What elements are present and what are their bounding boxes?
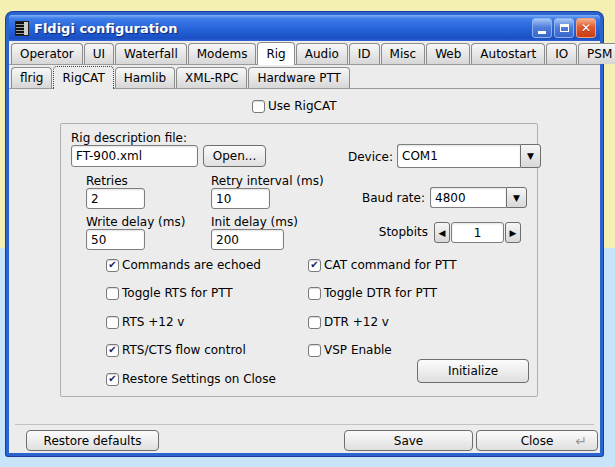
rigcat-settings-group: Rig description file: Open... Device: CO… — [60, 123, 538, 397]
device-label: Device: — [331, 150, 393, 164]
checkbox-label: Restore Settings on Close — [121, 372, 276, 386]
checkbox-label: RTS +12 v — [121, 315, 184, 329]
dialog-content: Operator UI Waterfall Modems Rig Audio I… — [9, 41, 600, 453]
checkbox-rts-cts-flow-control[interactable]: ✔ RTS/CTS flow control — [106, 343, 246, 357]
device-value: COM1 — [397, 144, 520, 168]
titlebar-buttons: ✕ — [532, 18, 596, 38]
retry-interval-label: Retry interval (ms) — [211, 174, 324, 188]
tab-web[interactable]: Web — [426, 43, 470, 64]
close-button-label: Close — [521, 434, 554, 448]
checkbox-label: Toggle RTS for PTT — [121, 286, 233, 300]
close-dialog-button[interactable]: Close ↵ — [476, 430, 598, 451]
checkbox-restore-settings-on-close[interactable]: ✔ Restore Settings on Close — [106, 372, 276, 386]
desktop: Fldigi configuration ✕ Operator UI Water… — [0, 0, 615, 467]
minimize-button[interactable] — [532, 18, 552, 38]
save-button[interactable]: Save — [344, 430, 473, 451]
checkbox-label: CAT command for PTT — [323, 258, 457, 272]
rig-file-label: Rig description file: — [71, 131, 187, 145]
fldigi-configuration-window: Fldigi configuration ✕ Operator UI Water… — [6, 12, 603, 456]
tab-autostart[interactable]: Autostart — [471, 43, 545, 64]
checkbox-use-rigcat[interactable]: ✔ Use RigCAT — [252, 99, 337, 113]
check-icon: ✔ — [108, 260, 116, 270]
tab-rig[interactable]: Rig — [257, 42, 294, 65]
chevron-down-icon[interactable]: ▼ — [506, 187, 527, 208]
checkbox-rts-plus-12v[interactable]: ✔ RTS +12 v — [106, 315, 184, 329]
checkbox-icon: ✔ — [308, 287, 321, 300]
write-delay-label: Write delay (ms) — [86, 215, 185, 229]
checkbox-icon: ✔ — [106, 373, 119, 386]
retries-input[interactable] — [86, 188, 145, 209]
chevron-down-icon[interactable]: ▼ — [520, 144, 541, 168]
spin-left-icon[interactable]: ◀ — [434, 222, 450, 243]
checkbox-toggle-rts-for-ptt[interactable]: ✔ Toggle RTS for PTT — [106, 286, 233, 300]
tab-rigcat[interactable]: RigCAT — [53, 66, 113, 89]
tab-psm[interactable]: PSM — [578, 43, 615, 64]
restore-defaults-button[interactable]: Restore defaults — [26, 430, 159, 451]
init-delay-input[interactable] — [211, 229, 284, 250]
retries-label: Retries — [86, 174, 128, 188]
check-icon: ✔ — [310, 260, 318, 270]
checkbox-icon: ✔ — [106, 316, 119, 329]
enter-key-icon: ↵ — [575, 433, 587, 449]
checkbox-label: Toggle DTR for PTT — [323, 286, 437, 300]
tab-audio[interactable]: Audio — [296, 43, 348, 64]
maximize-button[interactable] — [554, 18, 574, 38]
footer-divider — [15, 424, 594, 425]
checkbox-icon: ✔ — [308, 316, 321, 329]
baud-rate-combobox[interactable]: 4800 ▼ — [430, 187, 527, 208]
tab-ui[interactable]: UI — [84, 43, 114, 64]
maximize-icon — [560, 24, 569, 32]
write-delay-input[interactable] — [86, 229, 145, 250]
stopbits-label: Stopbits — [361, 225, 428, 239]
tab-hardware-ptt[interactable]: Hardware PTT — [248, 67, 349, 88]
init-delay-label: Init delay (ms) — [211, 215, 298, 229]
checkbox-label: Use RigCAT — [267, 99, 337, 113]
close-button[interactable]: ✕ — [576, 18, 596, 38]
retry-interval-input[interactable] — [211, 188, 270, 209]
checkbox-commands-are-echoed[interactable]: ✔ Commands are echoed — [106, 258, 261, 272]
checkbox-label: VSP Enable — [323, 343, 392, 357]
fldigi-app-icon — [15, 21, 29, 36]
checkbox-vsp-enable[interactable]: ✔ VSP Enable — [308, 343, 392, 357]
baud-rate-label: Baud rate: — [351, 191, 425, 205]
checkbox-icon: ✔ — [106, 259, 119, 272]
checkbox-dtr-plus-12v[interactable]: ✔ DTR +12 v — [308, 315, 389, 329]
primary-tab-bar: Operator UI Waterfall Modems Rig Audio I… — [9, 41, 600, 65]
initialize-button[interactable]: Initialize — [417, 359, 529, 383]
open-button[interactable]: Open... — [203, 145, 266, 167]
tab-misc[interactable]: Misc — [381, 43, 426, 64]
tab-waterfall[interactable]: Waterfall — [115, 43, 187, 64]
tab-xml-rpc[interactable]: XML-RPC — [176, 67, 247, 88]
checkbox-icon: ✔ — [252, 100, 265, 113]
check-icon: ✔ — [108, 345, 116, 355]
tab-operator[interactable]: Operator — [11, 43, 83, 64]
baud-rate-value: 4800 — [430, 187, 506, 208]
window-title: Fldigi configuration — [34, 21, 532, 36]
secondary-tab-bar: flrig RigCAT Hamlib XML-RPC Hardware PTT — [9, 65, 600, 89]
spin-right-icon[interactable]: ▶ — [505, 222, 521, 243]
checkbox-icon: ✔ — [308, 259, 321, 272]
close-icon: ✕ — [581, 22, 591, 34]
check-icon: ✔ — [108, 374, 116, 384]
checkbox-label: RTS/CTS flow control — [121, 343, 246, 357]
checkbox-cat-command-for-ptt[interactable]: ✔ CAT command for PTT — [308, 258, 457, 272]
rig-file-input[interactable] — [71, 145, 198, 167]
stopbits-value[interactable]: 1 — [451, 222, 504, 243]
checkbox-toggle-dtr-for-ptt[interactable]: ✔ Toggle DTR for PTT — [308, 286, 437, 300]
checkbox-icon: ✔ — [106, 287, 119, 300]
tab-modems[interactable]: Modems — [188, 43, 257, 64]
device-combobox[interactable]: COM1 ▼ — [397, 144, 541, 168]
stopbits-stepper: ◀ 1 ▶ — [434, 222, 521, 243]
tab-hamlib[interactable]: Hamlib — [115, 67, 175, 88]
titlebar[interactable]: Fldigi configuration ✕ — [9, 15, 600, 41]
checkbox-icon: ✔ — [106, 344, 119, 357]
tab-flrig[interactable]: flrig — [11, 67, 52, 88]
checkbox-label: DTR +12 v — [323, 315, 389, 329]
tab-id[interactable]: ID — [349, 43, 380, 64]
checkbox-icon: ✔ — [308, 344, 321, 357]
minimize-icon — [538, 31, 546, 34]
checkbox-label: Commands are echoed — [121, 258, 261, 272]
tab-io[interactable]: IO — [546, 43, 577, 64]
